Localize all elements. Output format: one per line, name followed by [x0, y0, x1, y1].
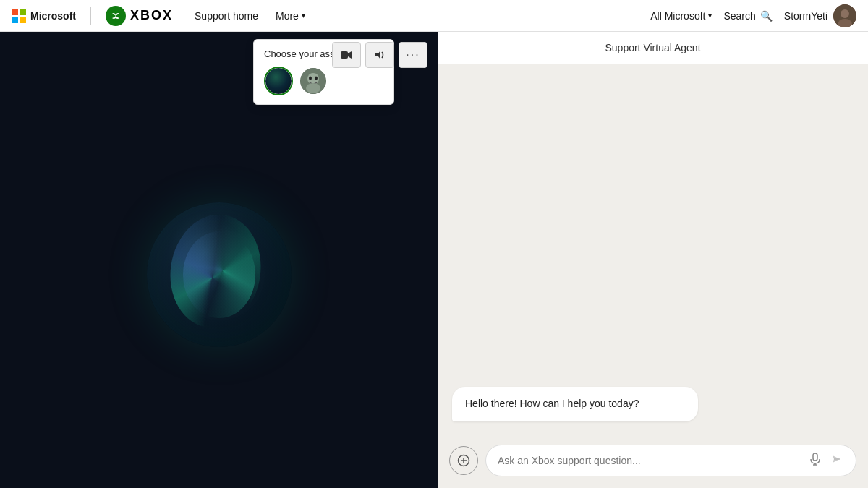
ms-grid-icon: [12, 9, 26, 23]
all-microsoft-link[interactable]: All Microsoft ▾: [650, 10, 712, 22]
ms-yellow-square: [20, 17, 26, 23]
ms-red-square: [12, 9, 18, 15]
ms-blue-square: [12, 17, 18, 23]
xbox-circle-icon: [106, 6, 126, 26]
assistant-avatar-yeti[interactable]: [299, 67, 328, 95]
svg-point-7: [315, 77, 318, 80]
mic-button[interactable]: [808, 451, 822, 470]
username-label: StormYeti: [784, 10, 827, 22]
xbox-label: XBOX: [130, 8, 173, 23]
video-controls: ···: [332, 42, 427, 68]
search-link[interactable]: Search 🔍: [723, 10, 772, 22]
chat-header-title: Support Virtual Agent: [605, 42, 700, 53]
audio-toggle-button[interactable]: [365, 42, 394, 68]
svg-point-6: [309, 77, 312, 80]
yeti-avatar-icon: [300, 68, 326, 94]
support-home-link[interactable]: Support home: [187, 0, 265, 32]
camera-toggle-button[interactable]: [332, 42, 361, 68]
ellipsis-icon: ···: [406, 48, 420, 61]
chat-messages: Hello there! How can I help you today?: [438, 64, 868, 436]
chat-panel: Support Virtual Agent Hello there! How c…: [438, 32, 868, 488]
send-button[interactable]: [828, 451, 844, 470]
svg-point-2: [841, 9, 849, 18]
chevron-down-icon: ▾: [302, 12, 305, 20]
orb-visual: [147, 202, 292, 347]
ms-green-square: [20, 9, 26, 15]
user-profile[interactable]: StormYeti: [784, 4, 856, 27]
chat-input[interactable]: [498, 455, 802, 466]
microsoft-label: Microsoft: [30, 10, 76, 22]
all-microsoft-label: All Microsoft: [650, 10, 705, 22]
support-home-label: Support home: [195, 10, 258, 22]
xbox-logo[interactable]: XBOX: [106, 6, 173, 26]
search-label: Search: [723, 10, 755, 22]
chevron-down-icon-ms: ▾: [708, 12, 712, 20]
navbar: Microsoft XBOX Support home More ▾ All M…: [0, 0, 868, 32]
microsoft-logo[interactable]: Microsoft: [12, 9, 76, 23]
nav-right: All Microsoft ▾ Search 🔍 StormYeti: [650, 4, 856, 27]
main-content: Choose your assistant: [0, 32, 868, 488]
more-options-button[interactable]: ···: [399, 42, 427, 68]
more-label: More: [276, 10, 299, 22]
more-link[interactable]: More ▾: [268, 0, 312, 32]
orb-avatar-icon: [265, 68, 292, 94]
svg-rect-9: [341, 51, 348, 59]
ai-orb: [147, 202, 292, 347]
svg-point-8: [306, 83, 320, 93]
avatar: [833, 4, 856, 27]
search-icon: 🔍: [760, 10, 773, 22]
greeting-message: Hello there! How can I help you today?: [452, 387, 698, 421]
chat-input-wrapper: [485, 445, 856, 476]
greeting-text: Hello there! How can I help you today?: [465, 398, 639, 409]
assistant-avatars: [264, 67, 383, 95]
video-panel: Choose your assistant: [0, 32, 438, 488]
chat-input-area: [438, 436, 868, 488]
nav-links: Support home More ▾: [187, 0, 312, 32]
chat-attach-button[interactable]: [449, 446, 478, 475]
svg-rect-13: [813, 453, 817, 461]
nav-divider: [90, 7, 91, 25]
assistant-avatar-orb[interactable]: [264, 67, 293, 95]
chat-header: Support Virtual Agent: [438, 32, 868, 64]
